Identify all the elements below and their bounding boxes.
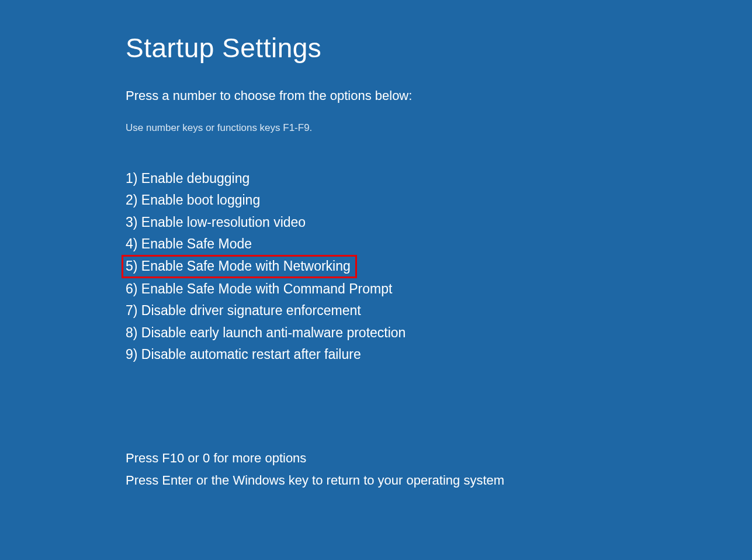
option-8-disable-anti-malware[interactable]: 8) Disable early launch anti-malware pro…: [126, 322, 752, 344]
footer-more-options: Press F10 or 0 for more options: [126, 447, 752, 469]
startup-settings-screen: Startup Settings Press a number to choos…: [0, 0, 752, 491]
option-2-enable-boot-logging[interactable]: 2) Enable boot logging: [126, 189, 752, 211]
hint-text: Use number keys or functions keys F1-F9.: [126, 122, 752, 134]
boot-options-list: 1) Enable debugging 2) Enable boot loggi…: [126, 168, 752, 365]
page-title: Startup Settings: [126, 32, 752, 64]
highlighted-option: 5) Enable Safe Mode with Networking: [122, 255, 357, 278]
footer-return-os: Press Enter or the Windows key to return…: [126, 469, 752, 491]
option-4-enable-safe-mode[interactable]: 4) Enable Safe Mode: [126, 233, 752, 255]
option-7-disable-driver-signature[interactable]: 7) Disable driver signature enforcement: [126, 300, 752, 322]
footer-instructions: Press F10 or 0 for more options Press En…: [126, 447, 752, 491]
option-9-disable-automatic-restart[interactable]: 9) Disable automatic restart after failu…: [126, 344, 752, 365]
option-1-enable-debugging[interactable]: 1) Enable debugging: [126, 168, 752, 189]
option-3-enable-low-resolution-video[interactable]: 3) Enable low-resolution video: [126, 212, 752, 233]
option-6-enable-safe-mode-command-prompt[interactable]: 6) Enable Safe Mode with Command Prompt: [126, 278, 752, 300]
instruction-text: Press a number to choose from the option…: [126, 88, 752, 103]
option-5-enable-safe-mode-networking[interactable]: 5) Enable Safe Mode with Networking: [126, 255, 752, 278]
